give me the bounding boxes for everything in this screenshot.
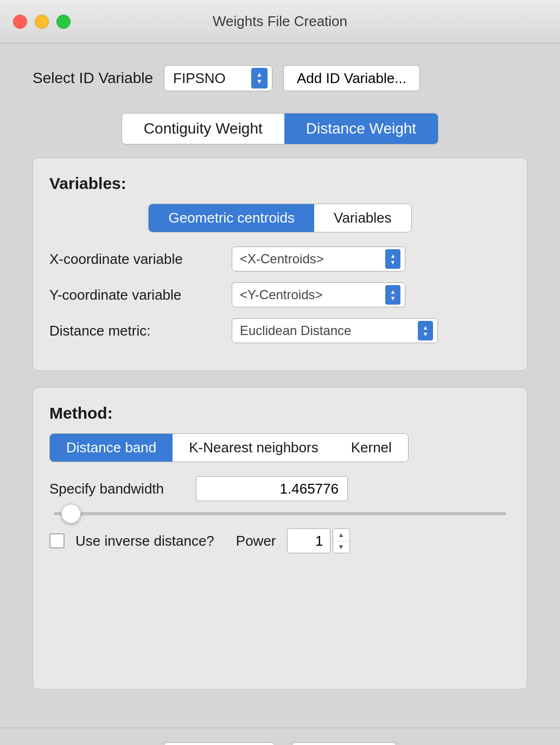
bandwidth-label: Specify bandwidth (49, 481, 185, 497)
power-input-wrap: ▲ ▼ (287, 528, 350, 553)
x-coordinate-dropdown[interactable]: <X-Centroids> ▲ ▼ (232, 247, 405, 272)
x-spinner-down-icon: ▼ (390, 259, 396, 266)
x-spinner-up-icon: ▲ (390, 252, 396, 259)
close-button[interactable] (13, 15, 27, 29)
tab-kernel[interactable]: Kernel (335, 434, 408, 462)
power-spinner: ▲ ▼ (333, 528, 350, 553)
method-tab-group: Distance band K-Nearest neighbors Kernel (49, 433, 409, 462)
variables-sub-tabs: Geometric centroids Variables (148, 204, 411, 232)
distance-metric-row: Distance metric: Euclidean Distance ▲ ▼ (49, 318, 511, 343)
bottom-bar: Create Close (0, 728, 560, 745)
dm-spinner-up-icon: ▲ (423, 324, 429, 331)
id-variable-dropdown[interactable]: FIPSNO ▲ ▼ (164, 65, 272, 91)
y-coordinate-value: <Y-Centroids> (240, 287, 381, 302)
id-variable-spinner[interactable]: ▲ ▼ (251, 68, 268, 89)
x-coordinate-label: X-coordinate variable (49, 251, 223, 268)
main-tab-group: Contiguity Weight Distance Weight (122, 113, 438, 144)
tab-distance-band[interactable]: Distance band (50, 434, 173, 462)
slider-row (49, 512, 511, 515)
variables-sub-tab-group: Geometric centroids Variables (49, 204, 511, 232)
y-spinner-down-icon: ▼ (390, 295, 396, 301)
method-panel: Method: Distance band K-Nearest neighbor… (33, 387, 527, 690)
id-variable-row: Select ID Variable FIPSNO ▲ ▼ Add ID Var… (33, 65, 527, 91)
inverse-distance-row: Use inverse distance? Power ▲ ▼ (49, 528, 511, 553)
traffic-lights (13, 15, 71, 29)
maximize-button[interactable] (56, 15, 71, 29)
variables-panel: Variables: Geometric centroids Variables… (33, 157, 527, 371)
main-tabs: Contiguity Weight Distance Weight (33, 113, 527, 144)
x-coordinate-row: X-coordinate variable <X-Centroids> ▲ ▼ (49, 247, 511, 272)
minimize-button[interactable] (35, 15, 49, 29)
tab-geometric-centroids[interactable]: Geometric centroids (149, 204, 314, 232)
distance-metric-label: Distance metric: (49, 323, 223, 339)
id-variable-value: FIPSNO (173, 70, 247, 87)
main-content: Select ID Variable FIPSNO ▲ ▼ Add ID Var… (0, 43, 560, 728)
bandwidth-input[interactable] (196, 476, 348, 501)
distance-metric-value: Euclidean Distance (240, 323, 413, 338)
power-spinner-up[interactable]: ▲ (333, 529, 349, 541)
title-bar: Weights File Creation (0, 0, 560, 43)
power-input[interactable] (287, 528, 330, 553)
y-coordinate-label: Y-coordinate variable (49, 287, 223, 304)
id-variable-label: Select ID Variable (33, 70, 153, 87)
method-panel-spacer (49, 553, 511, 673)
x-coordinate-value: <X-Centroids> (240, 251, 381, 267)
create-button[interactable]: Create (163, 742, 275, 746)
close-button-bottom[interactable]: Close (291, 742, 397, 746)
y-spinner-up-icon: ▲ (390, 288, 396, 295)
variables-section-label: Variables: (49, 174, 511, 193)
window-title: Weights File Creation (213, 13, 347, 30)
y-coordinate-row: Y-coordinate variable <Y-Centroids> ▲ ▼ (49, 282, 511, 307)
power-label: Power (236, 533, 276, 550)
x-coordinate-spinner[interactable]: ▲ ▼ (385, 249, 400, 269)
tab-variables[interactable]: Variables (314, 204, 411, 232)
tab-contiguity-weight[interactable]: Contiguity Weight (122, 113, 284, 144)
tab-k-nearest[interactable]: K-Nearest neighbors (173, 434, 334, 462)
slider-thumb[interactable] (61, 504, 81, 523)
inverse-distance-label: Use inverse distance? (75, 533, 214, 550)
dm-spinner-down-icon: ▼ (423, 331, 429, 337)
spinner-down-icon: ▼ (256, 78, 263, 85)
inverse-distance-checkbox[interactable] (49, 533, 65, 548)
method-section-label: Method: (49, 404, 511, 422)
distance-metric-dropdown[interactable]: Euclidean Distance ▲ ▼ (232, 318, 438, 343)
y-coordinate-dropdown[interactable]: <Y-Centroids> ▲ ▼ (232, 282, 405, 307)
distance-metric-spinner[interactable]: ▲ ▼ (418, 321, 433, 340)
power-spinner-down[interactable]: ▼ (333, 541, 349, 553)
slider-track[interactable] (54, 512, 506, 515)
bandwidth-row: Specify bandwidth (49, 476, 511, 501)
y-coordinate-spinner[interactable]: ▲ ▼ (385, 285, 400, 305)
method-tabs: Distance band K-Nearest neighbors Kernel (49, 433, 511, 462)
tab-distance-weight[interactable]: Distance Weight (284, 113, 438, 144)
add-id-variable-button[interactable]: Add ID Variable... (283, 65, 420, 91)
